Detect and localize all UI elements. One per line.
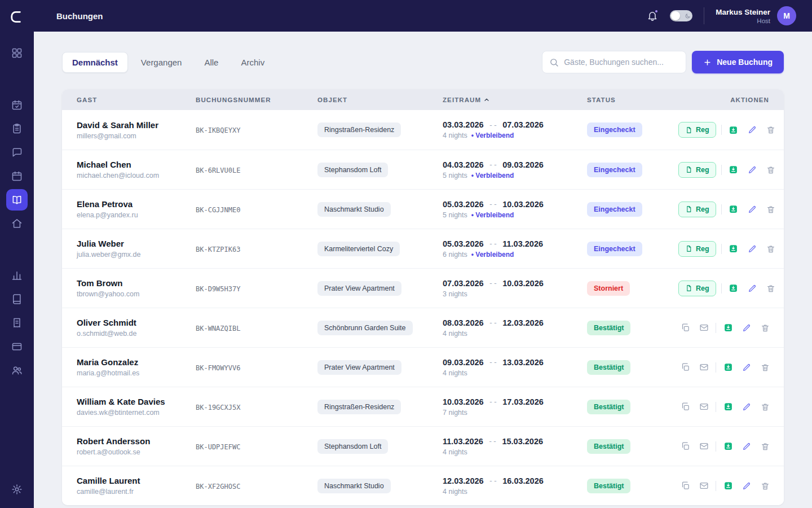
checkin-button[interactable]: [727, 282, 740, 295]
delete-button[interactable]: [764, 203, 778, 216]
object-badge: Prater View Apartment: [317, 281, 401, 296]
reg-label: Reg: [696, 205, 709, 213]
row-actions-reg: Reg: [678, 202, 716, 217]
email-button[interactable]: [697, 361, 710, 374]
header-guest[interactable]: GAST: [77, 97, 196, 103]
delete-button[interactable]: [758, 400, 772, 414]
date-separator: --: [489, 397, 498, 406]
registration-button[interactable]: Reg: [678, 202, 716, 217]
delete-button[interactable]: [764, 123, 778, 137]
booking-number: BK-CGJJNME0: [196, 206, 240, 214]
chat-icon[interactable]: [6, 142, 28, 163]
bar-chart-icon[interactable]: [6, 265, 28, 286]
email-button[interactable]: [697, 400, 710, 414]
calendar-icon[interactable]: [6, 165, 28, 187]
copy-button[interactable]: [678, 400, 692, 414]
checkin-button[interactable]: [727, 203, 740, 216]
delete-button[interactable]: [764, 282, 778, 295]
edit-button[interactable]: [740, 321, 753, 335]
credit-card-icon[interactable]: [6, 336, 28, 357]
tab-alle[interactable]: Alle: [195, 52, 228, 72]
checkin-button[interactable]: [721, 321, 735, 335]
tab-demnaechst[interactable]: Demnächst: [62, 52, 128, 73]
checkin-button[interactable]: [721, 400, 735, 414]
receipt-icon[interactable]: [6, 312, 28, 334]
edit-button[interactable]: [740, 400, 753, 414]
object-cell: Ringstraßen-Residenz: [317, 400, 443, 414]
header-booking-number[interactable]: BUCHUNGSNUMMER: [196, 97, 317, 103]
table-body: David & Sarah Miller millers@gmail.com B…: [62, 110, 784, 505]
status-cell: Eingecheckt: [587, 242, 678, 256]
delete-button[interactable]: [758, 361, 772, 374]
search-input[interactable]: [564, 58, 679, 67]
dashboard-icon[interactable]: [6, 42, 28, 64]
registration-button[interactable]: Reg: [678, 281, 716, 296]
users-icon[interactable]: [6, 360, 28, 381]
status-cell: Bestätigt: [587, 321, 678, 335]
delete-button[interactable]: [764, 163, 778, 177]
avatar[interactable]: M: [777, 6, 796, 25]
table-row: Julia Weber julia.weber@gmx.de BK-KTZPIK…: [62, 229, 784, 268]
new-booking-button[interactable]: Neue Buchung: [692, 51, 784, 73]
notifications-button[interactable]: [644, 7, 661, 24]
date-range: 08.03.2026 -- 12.03.2026: [443, 318, 587, 327]
edit-button[interactable]: [745, 282, 759, 295]
delete-button[interactable]: [764, 242, 778, 256]
theme-toggle[interactable]: [670, 10, 692, 21]
edit-button[interactable]: [745, 123, 759, 137]
guest-cell: Tom Brown tbrown@yahoo.com: [77, 278, 196, 298]
delete-button[interactable]: [758, 321, 772, 335]
tab-archiv[interactable]: Archiv: [231, 52, 274, 72]
registration-button[interactable]: Reg: [678, 122, 716, 138]
edit-button[interactable]: [745, 163, 759, 177]
header-status[interactable]: STATUS: [587, 97, 678, 103]
email-button[interactable]: [697, 440, 710, 453]
book-icon[interactable]: [6, 288, 28, 310]
copy-button[interactable]: [678, 479, 692, 493]
checkin-button[interactable]: [721, 479, 735, 493]
row-actions-mail: [678, 479, 710, 493]
actions-divider: [721, 244, 722, 254]
moon-icon: [685, 13, 691, 19]
delete-button[interactable]: [758, 440, 772, 453]
period-cell: 07.03.2026 -- 10.03.2026 3 nights: [443, 279, 587, 298]
copy-button[interactable]: [678, 440, 692, 453]
edit-button[interactable]: [745, 242, 759, 256]
checkin-button[interactable]: [721, 440, 735, 453]
header-period[interactable]: ZEITRAUM: [443, 97, 587, 103]
new-booking-label: Neue Buchung: [717, 58, 773, 67]
date-range: 11.03.2026 -- 15.03.2026: [443, 437, 587, 446]
delete-button[interactable]: [758, 479, 772, 493]
registration-button[interactable]: Reg: [678, 241, 716, 257]
tab-vergangen[interactable]: Vergangen: [131, 52, 192, 72]
calendar-check-icon[interactable]: [6, 94, 28, 116]
checkin-button[interactable]: [721, 361, 735, 374]
edit-button[interactable]: [740, 361, 753, 374]
checkin-button[interactable]: [727, 242, 740, 256]
edit-button[interactable]: [745, 203, 759, 216]
date-start: 04.03.2026: [443, 160, 484, 169]
book-open-icon[interactable]: [6, 189, 28, 211]
home-icon[interactable]: [6, 213, 28, 234]
email-button[interactable]: [697, 479, 710, 493]
guest-email: elena.p@yandex.ru: [77, 211, 196, 219]
copy-button[interactable]: [678, 321, 692, 335]
tabs: DemnächstVergangenAlleArchiv: [62, 52, 274, 73]
checkin-button[interactable]: [727, 123, 740, 137]
main-area: Buchungen Markus Steiner Host M: [34, 0, 812, 508]
object-badge: Stephansdom Loft: [317, 439, 388, 454]
guest-email: davies.wk@btinternet.com: [77, 409, 196, 417]
copy-button[interactable]: [678, 361, 692, 374]
header-object[interactable]: OBJEKT: [317, 97, 443, 103]
email-button[interactable]: [697, 321, 710, 335]
clipboard-icon[interactable]: [6, 118, 28, 139]
registration-button[interactable]: Reg: [678, 162, 716, 178]
settings-icon[interactable]: [6, 479, 28, 500]
edit-button[interactable]: [740, 479, 753, 493]
sidebar: [0, 0, 34, 508]
row-actions-mail: [678, 400, 710, 414]
checkin-button[interactable]: [727, 163, 740, 177]
edit-button[interactable]: [740, 440, 753, 453]
booking-number-cell: BK-KTZPIK63: [196, 244, 317, 254]
guest-name: Maria Gonzalez: [77, 357, 196, 367]
